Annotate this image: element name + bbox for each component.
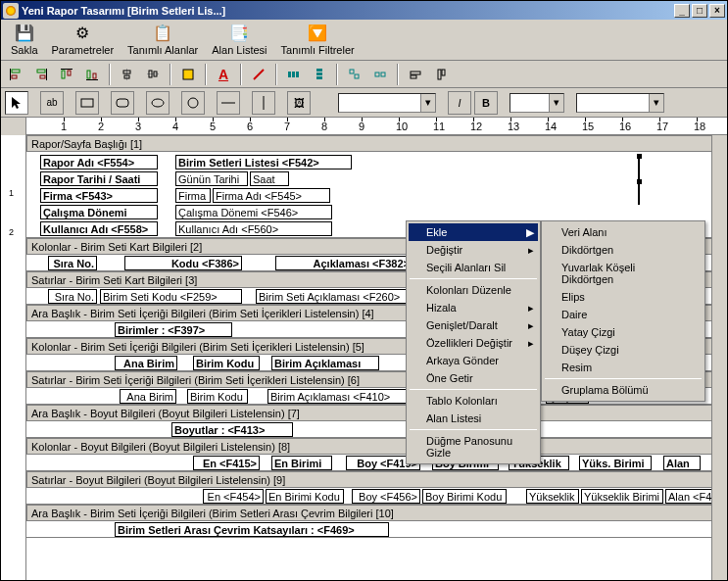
row9-enb[interactable]: En Birimi Kodu <box>266 489 344 504</box>
arrange2-button[interactable] <box>430 64 452 85</box>
menu-one[interactable]: Öne Getir <box>409 369 538 387</box>
field-boyutlar[interactable]: Boyutlar : <F413> <box>171 422 293 437</box>
field-saat[interactable]: Saat <box>250 171 289 186</box>
section-rows9[interactable]: Satırlar - Boyut Bilgileri (Boyut Bilgil… <box>26 471 727 488</box>
label-donem[interactable]: Çalışma Dönemi <box>40 205 158 219</box>
ungroup-button[interactable] <box>369 64 391 85</box>
circle-tool[interactable] <box>181 91 205 115</box>
field-tarih[interactable]: Günün Tarihi <box>175 171 248 186</box>
col5-ana[interactable]: Ana Birim <box>115 356 177 370</box>
rect-tool[interactable] <box>75 91 99 115</box>
group-button[interactable] <box>344 64 365 85</box>
submenu-yuvarlak[interactable]: Yuvarlak Köşeli Dikdörtgen <box>544 259 703 288</box>
menu-arkaya[interactable]: Arkaya Gönder <box>409 352 538 369</box>
menu-hizala[interactable]: Hizala▸ <box>409 299 538 316</box>
zoom-combo[interactable]: ▾ <box>576 93 664 113</box>
dist-v-button[interactable] <box>309 64 330 85</box>
center-h-button[interactable] <box>117 64 138 85</box>
col-sira[interactable]: Sıra No. <box>48 256 97 270</box>
section-cols8[interactable]: Kolonlar - Boyut Bilgileri (Boyut Bilgil… <box>26 438 727 455</box>
row-acik[interactable]: Birim Seti Açıklaması <F260> <box>256 289 413 304</box>
align-right-button[interactable] <box>30 64 52 85</box>
menu-tablo[interactable]: Tablo Kolonları <box>409 392 538 410</box>
image-tool[interactable]: 🖼 <box>287 91 311 115</box>
menu-ekle[interactable]: Ekle▶ <box>409 223 538 241</box>
close-button[interactable]: × <box>709 4 725 18</box>
menu-alan[interactable]: Alan Listesi <box>409 410 538 427</box>
ellipse-tool[interactable] <box>146 91 170 115</box>
menu-duzenle[interactable]: Kolonları Düzenle <box>409 281 538 299</box>
font-family-combo[interactable]: ▾ <box>338 93 436 113</box>
label-kullanici[interactable]: Kullanıcı Adı <F558> <box>40 221 158 236</box>
align-left-button[interactable] <box>5 64 26 85</box>
row9-boy[interactable]: Boy <F456> <box>352 489 420 504</box>
row-kodu[interactable]: Birim Seti Kodu <F259> <box>100 289 242 304</box>
dist-h-button[interactable] <box>283 64 305 85</box>
center-v-button[interactable] <box>142 64 164 85</box>
field-rapor-adi[interactable]: Birim Setleri Listesi <F542> <box>175 155 352 169</box>
pointer-tool[interactable] <box>5 91 28 115</box>
label-firma[interactable]: Firma <F543> <box>40 188 158 203</box>
submenu-elips[interactable]: Elips <box>544 288 703 306</box>
roundrect-tool[interactable] <box>111 91 134 115</box>
filters-button[interactable]: 🔽 Tanımlı Filtreler <box>275 22 361 58</box>
field-firma1[interactable]: Firma <box>175 188 211 203</box>
label-tarih[interactable]: Rapor Tarihi / Saati <box>40 171 158 186</box>
section-head7[interactable]: Ara Başlık - Boyut Bilgileri (Boyut Bilg… <box>26 405 727 421</box>
col8-yukb[interactable]: Yüks. Birimi <box>579 456 652 470</box>
menu-dugme[interactable]: Düğme Panosunu Gizle <box>409 432 538 461</box>
submenu-veri[interactable]: Veri Alanı <box>544 223 703 241</box>
row9-yuk[interactable]: Yükseklik <box>526 489 579 504</box>
row-sira[interactable]: Sıra No. <box>48 289 97 304</box>
submenu-dikdortgen[interactable]: Dikdörtgen <box>544 241 703 259</box>
row9-yukb[interactable]: Yükseklik Birimi <box>581 489 663 504</box>
col5-acik[interactable]: Birim Açıklaması <box>271 356 379 370</box>
field-cevrim[interactable]: Birim Setleri Arası Çevrim Katsayıları :… <box>115 522 389 537</box>
font-size-combo[interactable]: ▾ <box>510 93 564 113</box>
bold-text-button[interactable]: B <box>474 91 498 115</box>
field-firma2[interactable]: Firma Adı <F545> <box>213 188 330 203</box>
save-button[interactable]: 💾 Sakla <box>5 22 44 58</box>
menu-ozellik[interactable]: Özellikleri Değiştir▸ <box>409 334 538 352</box>
label-rapor-adi[interactable]: Rapor Adı <F554> <box>40 155 158 169</box>
minimize-button[interactable]: _ <box>674 4 690 18</box>
col8-en[interactable]: En <F415> <box>193 456 260 470</box>
arrange1-button[interactable] <box>405 64 426 85</box>
params-button[interactable]: ⚙ Parametreler <box>46 22 121 58</box>
col8-alan[interactable]: Alan <box>663 456 701 470</box>
text-tool[interactable]: ab <box>40 91 64 115</box>
col-acik[interactable]: Açıklaması <F382> <box>275 256 413 270</box>
row6-acik[interactable]: Birim Açıklaması <F410> <box>267 389 414 404</box>
col-kodu[interactable]: Kodu <F386> <box>124 256 242 270</box>
italic-button[interactable] <box>248 64 269 85</box>
submenu-yatay[interactable]: Yatay Çizgi <box>544 323 703 341</box>
menu-sil[interactable]: Seçili Alanları Sil <box>409 259 538 276</box>
col5-kodu[interactable]: Birim Kodu <box>193 356 260 370</box>
align-top-button[interactable] <box>56 64 77 85</box>
row9-boyb[interactable]: Boy Birimi Kodu <box>422 489 507 504</box>
vertical-scrollbar[interactable] <box>711 135 727 580</box>
same-size-button[interactable] <box>177 64 199 85</box>
align-bottom-button[interactable] <box>81 64 103 85</box>
menu-degistir[interactable]: Değiştir▸ <box>409 241 538 259</box>
field-birimler[interactable]: Birimler : <F397> <box>115 322 232 337</box>
field-list-button[interactable]: 📑 Alan Listesi <box>206 22 272 58</box>
submenu-gruplama[interactable]: Gruplama Bölümü <box>544 381 703 399</box>
submenu-resim[interactable]: Resim <box>544 359 703 376</box>
submenu-daire[interactable]: Daire <box>544 306 703 323</box>
section-head10[interactable]: Ara Başlık - Birim Seti İçeriği Bilgiler… <box>26 505 727 521</box>
col8-enb[interactable]: En Birimi <box>271 456 332 470</box>
field-donem[interactable]: Çalışma Dönemi <F546> <box>175 205 332 219</box>
italic-text-button[interactable]: I <box>448 91 471 115</box>
hline-tool[interactable] <box>217 91 240 115</box>
row6-ana[interactable]: Ana Birim <box>120 389 176 404</box>
menu-genislet[interactable]: Genişlet/Daralt▸ <box>409 316 538 334</box>
row6-kodu[interactable]: Birim Kodu <box>187 389 248 404</box>
vline-tool[interactable] <box>252 91 275 115</box>
maximize-button[interactable]: □ <box>692 4 707 18</box>
submenu-dusey[interactable]: Düşey Çizgi <box>544 341 703 359</box>
section-page-header[interactable]: ▶ Rapor/Sayfa Başlığı [1] <box>26 135 727 152</box>
font-color-button[interactable]: A <box>213 64 234 85</box>
field-kullanici[interactable]: Kullanıcı Adı <F560> <box>175 221 332 236</box>
defined-fields-button[interactable]: 📋 Tanımlı Alanlar <box>121 22 204 58</box>
